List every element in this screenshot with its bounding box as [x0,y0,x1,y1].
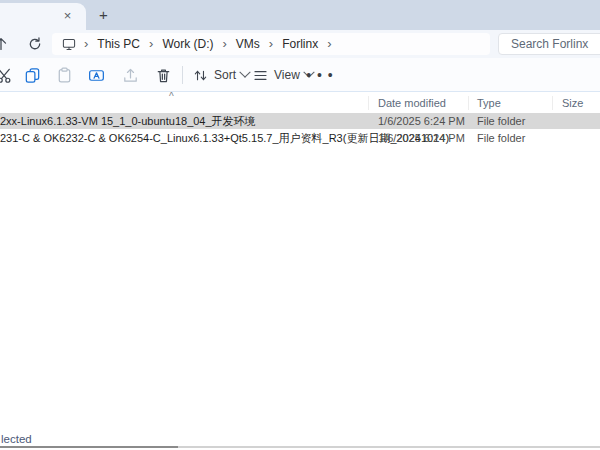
breadcrumb-work-d[interactable]: Work (D:) [156,37,219,51]
column-header-type[interactable]: Type [477,97,501,109]
rename-icon[interactable] [82,61,110,89]
sort-label: Sort [214,68,236,82]
column-header-size[interactable]: Size [562,97,583,109]
sort-icon [192,67,209,84]
address-bar: › This PC › Work (D:) › VMs › Forlinx › [0,30,600,58]
view-label: View [274,68,300,82]
chevron-right-icon[interactable]: › [219,36,229,51]
refresh-icon[interactable] [26,35,44,53]
new-tab-button[interactable]: + [94,5,113,24]
toolbar-divider [182,66,183,84]
type-cell: File folder [477,130,525,146]
search-input[interactable] [499,34,600,54]
explorer-tab[interactable]: × [0,3,86,30]
copy-icon[interactable] [18,61,46,89]
sort-button[interactable]: Sort [186,61,255,89]
up-icon[interactable] [0,35,10,53]
tab-close-icon[interactable]: × [59,7,76,24]
breadcrumb-this-pc[interactable]: This PC [91,37,146,51]
type-cell: File folder [477,113,525,129]
window-bottom-edge-light [178,446,600,448]
column-divider[interactable] [552,96,553,110]
sort-ascending-indicator: ^ [169,91,174,102]
breadcrumb[interactable]: › This PC › Work (D:) › VMs › Forlinx › [52,33,490,55]
cut-icon[interactable] [0,61,18,89]
chevron-right-icon: › [81,36,91,51]
breadcrumb-forlinx[interactable]: Forlinx [276,37,324,51]
column-header-row: ^ Date modified Type Size [0,94,600,113]
window-bottom-edge-dark [0,446,178,448]
breadcrumb-vms[interactable]: VMs [230,37,266,51]
file-row[interactable]: 231-C & OK6232-C & OK6254-C_Linux6.1.33+… [0,130,600,146]
chevron-right-icon[interactable]: › [266,36,276,51]
delete-icon[interactable] [149,61,177,89]
command-toolbar: Sort View • • • [0,58,600,92]
column-divider[interactable] [468,96,469,110]
paste-icon[interactable] [50,61,78,89]
share-icon[interactable] [116,61,144,89]
search-box [498,33,600,55]
date-modified-cell: 1/6/2025 6:24 PM [378,130,465,146]
file-explorer-window: × + › This PC › Work (D:) › VMs › Forlin… [0,0,600,450]
date-modified-cell: 1/6/2025 6:24 PM [378,113,465,129]
chevron-right-icon[interactable]: › [324,36,334,51]
folder-name[interactable]: 2xx-Linux6.1.33-VM 15_1_0-ubuntu18_04_开发… [0,113,256,129]
tab-bar: × + [0,0,600,30]
more-icon[interactable]: • • • [306,61,334,89]
chevron-right-icon[interactable]: › [146,36,156,51]
this-pc-icon [61,36,77,52]
view-icon [252,67,269,84]
column-divider[interactable] [368,96,369,110]
status-bar-selection-text: lected [1,433,32,445]
column-header-date-modified[interactable]: Date modified [378,97,446,109]
file-row-selected[interactable]: 2xx-Linux6.1.33-VM 15_1_0-ubuntu18_04_开发… [0,113,600,129]
